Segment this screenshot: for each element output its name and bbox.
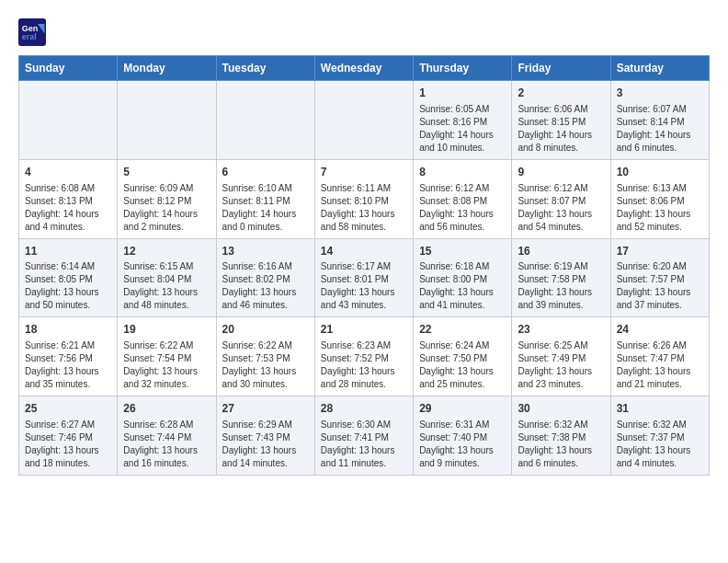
day-number: 25 [25, 401, 111, 417]
day-number: 20 [222, 322, 309, 338]
day-info: Sunrise: 6:30 AM Sunset: 7:41 PM Dayligh… [321, 419, 407, 470]
day-number: 28 [321, 401, 407, 417]
day-info: Sunrise: 6:22 AM Sunset: 7:54 PM Dayligh… [123, 339, 210, 391]
calendar-table: SundayMondayTuesdayWednesdayThursdayFrid… [18, 55, 710, 476]
day-info: Sunrise: 6:12 AM Sunset: 8:08 PM Dayligh… [419, 182, 506, 234]
day-number: 17 [617, 244, 703, 259]
day-number: 18 [25, 322, 111, 338]
day-number: 3 [617, 86, 703, 101]
week-row-5: 25Sunrise: 6:27 AM Sunset: 7:46 PM Dayli… [19, 396, 710, 476]
calendar-cell [19, 81, 118, 160]
day-info: Sunrise: 6:31 AM Sunset: 7:40 PM Dayligh… [419, 419, 506, 470]
calendar-cell: 2Sunrise: 6:06 AM Sunset: 8:15 PM Daylig… [512, 81, 610, 160]
day-number: 27 [222, 401, 309, 417]
calendar-cell: 6Sunrise: 6:10 AM Sunset: 8:11 PM Daylig… [216, 159, 314, 238]
calendar-cell: 15Sunrise: 6:18 AM Sunset: 8:00 PM Dayli… [414, 238, 512, 317]
weekday-header-saturday: Saturday [610, 56, 709, 81]
week-row-3: 11Sunrise: 6:14 AM Sunset: 8:05 PM Dayli… [19, 238, 710, 317]
calendar-cell [216, 81, 314, 160]
weekday-header-thursday: Thursday [414, 56, 512, 81]
day-number: 21 [321, 322, 407, 338]
day-number: 12 [123, 244, 210, 259]
logo: Gen eral [18, 18, 50, 46]
day-info: Sunrise: 6:13 AM Sunset: 8:06 PM Dayligh… [617, 182, 703, 234]
calendar-cell: 1Sunrise: 6:05 AM Sunset: 8:16 PM Daylig… [414, 81, 512, 160]
day-info: Sunrise: 6:05 AM Sunset: 8:16 PM Dayligh… [419, 103, 506, 155]
day-number: 1 [419, 86, 506, 101]
day-number: 9 [518, 165, 604, 180]
week-row-1: 1Sunrise: 6:05 AM Sunset: 8:16 PM Daylig… [19, 81, 710, 160]
page-header: Gen eral [18, 18, 710, 46]
weekday-header-row: SundayMondayTuesdayWednesdayThursdayFrid… [19, 56, 710, 81]
day-number: 11 [25, 244, 111, 259]
calendar-cell: 4Sunrise: 6:08 AM Sunset: 8:13 PM Daylig… [19, 159, 118, 238]
day-number: 29 [419, 401, 506, 417]
day-number: 24 [617, 322, 703, 338]
calendar-cell: 30Sunrise: 6:32 AM Sunset: 7:38 PM Dayli… [512, 396, 610, 476]
calendar-cell: 19Sunrise: 6:22 AM Sunset: 7:54 PM Dayli… [118, 317, 216, 396]
calendar-cell [118, 81, 216, 160]
weekday-header-tuesday: Tuesday [216, 56, 314, 81]
day-info: Sunrise: 6:19 AM Sunset: 7:58 PM Dayligh… [518, 260, 604, 312]
day-number: 15 [419, 244, 506, 259]
calendar-cell: 18Sunrise: 6:21 AM Sunset: 7:56 PM Dayli… [19, 317, 118, 396]
calendar-cell: 10Sunrise: 6:13 AM Sunset: 8:06 PM Dayli… [610, 159, 709, 238]
day-info: Sunrise: 6:22 AM Sunset: 7:53 PM Dayligh… [222, 339, 309, 391]
logo-icon: Gen eral [18, 18, 46, 46]
day-info: Sunrise: 6:32 AM Sunset: 7:37 PM Dayligh… [617, 419, 703, 470]
day-number: 8 [419, 165, 506, 180]
day-info: Sunrise: 6:26 AM Sunset: 7:47 PM Dayligh… [617, 339, 703, 391]
day-number: 10 [617, 165, 703, 180]
weekday-header-wednesday: Wednesday [314, 56, 413, 81]
weekday-header-friday: Friday [512, 56, 610, 81]
day-info: Sunrise: 6:06 AM Sunset: 8:15 PM Dayligh… [518, 103, 604, 155]
calendar-cell: 27Sunrise: 6:29 AM Sunset: 7:43 PM Dayli… [216, 396, 314, 476]
day-number: 19 [123, 322, 210, 338]
day-number: 23 [518, 322, 604, 338]
day-info: Sunrise: 6:08 AM Sunset: 8:13 PM Dayligh… [25, 182, 111, 234]
day-info: Sunrise: 6:12 AM Sunset: 8:07 PM Dayligh… [518, 182, 604, 234]
calendar-cell: 20Sunrise: 6:22 AM Sunset: 7:53 PM Dayli… [216, 317, 314, 396]
calendar-cell: 12Sunrise: 6:15 AM Sunset: 8:04 PM Dayli… [118, 238, 216, 317]
calendar-cell: 22Sunrise: 6:24 AM Sunset: 7:50 PM Dayli… [414, 317, 512, 396]
calendar-cell: 21Sunrise: 6:23 AM Sunset: 7:52 PM Dayli… [314, 317, 413, 396]
calendar-cell: 7Sunrise: 6:11 AM Sunset: 8:10 PM Daylig… [314, 159, 413, 238]
week-row-4: 18Sunrise: 6:21 AM Sunset: 7:56 PM Dayli… [19, 317, 710, 396]
day-number: 13 [222, 244, 309, 259]
day-info: Sunrise: 6:23 AM Sunset: 7:52 PM Dayligh… [321, 339, 407, 391]
day-number: 16 [518, 244, 604, 259]
week-row-2: 4Sunrise: 6:08 AM Sunset: 8:13 PM Daylig… [19, 159, 710, 238]
day-number: 7 [321, 165, 407, 180]
day-number: 22 [419, 322, 506, 338]
day-number: 6 [222, 165, 309, 180]
calendar-cell: 8Sunrise: 6:12 AM Sunset: 8:08 PM Daylig… [414, 159, 512, 238]
calendar-cell: 23Sunrise: 6:25 AM Sunset: 7:49 PM Dayli… [512, 317, 610, 396]
day-info: Sunrise: 6:07 AM Sunset: 8:14 PM Dayligh… [617, 103, 703, 155]
calendar-cell: 11Sunrise: 6:14 AM Sunset: 8:05 PM Dayli… [19, 238, 118, 317]
calendar-cell: 5Sunrise: 6:09 AM Sunset: 8:12 PM Daylig… [118, 159, 216, 238]
day-info: Sunrise: 6:29 AM Sunset: 7:43 PM Dayligh… [222, 419, 309, 470]
calendar-cell: 9Sunrise: 6:12 AM Sunset: 8:07 PM Daylig… [512, 159, 610, 238]
day-info: Sunrise: 6:16 AM Sunset: 8:02 PM Dayligh… [222, 260, 309, 312]
day-info: Sunrise: 6:15 AM Sunset: 8:04 PM Dayligh… [123, 260, 210, 312]
calendar-cell: 25Sunrise: 6:27 AM Sunset: 7:46 PM Dayli… [19, 396, 118, 476]
calendar-cell: 24Sunrise: 6:26 AM Sunset: 7:47 PM Dayli… [610, 317, 709, 396]
calendar-cell: 29Sunrise: 6:31 AM Sunset: 7:40 PM Dayli… [414, 396, 512, 476]
day-info: Sunrise: 6:09 AM Sunset: 8:12 PM Dayligh… [123, 182, 210, 234]
weekday-header-sunday: Sunday [19, 56, 118, 81]
day-info: Sunrise: 6:11 AM Sunset: 8:10 PM Dayligh… [321, 182, 407, 234]
day-number: 4 [25, 165, 111, 180]
day-info: Sunrise: 6:32 AM Sunset: 7:38 PM Dayligh… [518, 419, 604, 470]
day-info: Sunrise: 6:24 AM Sunset: 7:50 PM Dayligh… [419, 339, 506, 391]
day-info: Sunrise: 6:14 AM Sunset: 8:05 PM Dayligh… [25, 260, 111, 312]
calendar-cell: 13Sunrise: 6:16 AM Sunset: 8:02 PM Dayli… [216, 238, 314, 317]
day-info: Sunrise: 6:25 AM Sunset: 7:49 PM Dayligh… [518, 339, 604, 391]
calendar-cell [314, 81, 413, 160]
day-number: 14 [321, 244, 407, 259]
calendar-cell: 26Sunrise: 6:28 AM Sunset: 7:44 PM Dayli… [118, 396, 216, 476]
day-number: 2 [518, 86, 604, 101]
calendar-cell: 28Sunrise: 6:30 AM Sunset: 7:41 PM Dayli… [314, 396, 413, 476]
weekday-header-monday: Monday [118, 56, 216, 81]
calendar-cell: 14Sunrise: 6:17 AM Sunset: 8:01 PM Dayli… [314, 238, 413, 317]
day-number: 31 [617, 401, 703, 417]
